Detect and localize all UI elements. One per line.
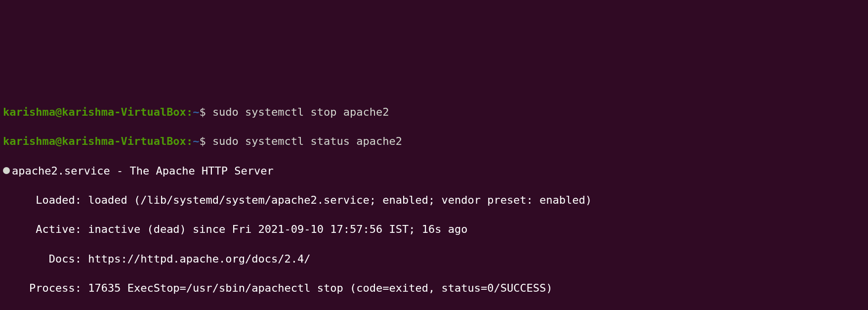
prompt-line-1: karishma@karishma-VirtualBox:~$ sudo sys… (3, 105, 865, 120)
command-1: sudo systemctl stop apache2 (212, 106, 389, 118)
prompt-path: ~ (193, 106, 199, 118)
prompt-dollar: $ (199, 135, 206, 147)
terminal[interactable]: karishma@karishma-VirtualBox:~$ sudo sys… (0, 73, 868, 310)
command-2: sudo systemctl status apache2 (212, 135, 402, 147)
prompt-line-2: karishma@karishma-VirtualBox:~$ sudo sys… (3, 134, 865, 149)
status-docs: Docs: https://httpd.apache.org/docs/2.4/ (3, 252, 865, 266)
status-active: Active: inactive (dead) since Fri 2021-0… (3, 222, 865, 237)
status-loaded: Loaded: loaded (/lib/systemd/system/apac… (3, 193, 865, 208)
status-header: apache2.service - The Apache HTTP Server (3, 164, 865, 178)
prompt-user: karishma@karishma-VirtualBox (3, 135, 186, 147)
prompt-path: ~ (193, 135, 199, 147)
prompt-user: karishma@karishma-VirtualBox (3, 106, 186, 118)
status-process: Process: 17635 ExecStop=/usr/sbin/apache… (3, 281, 865, 296)
status-dot-icon (3, 167, 10, 174)
prompt-dollar: $ (199, 106, 206, 118)
